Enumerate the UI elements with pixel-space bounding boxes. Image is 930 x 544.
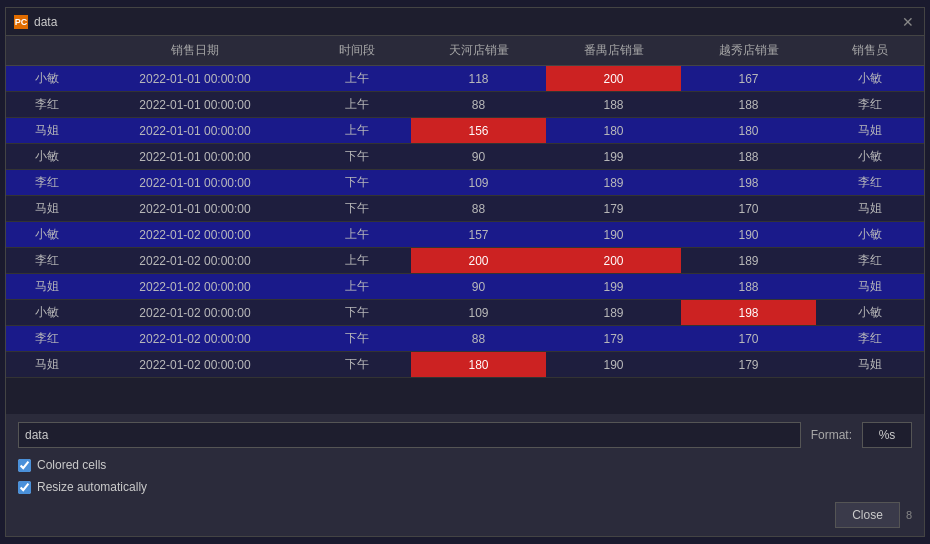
table-cell: 90 [411,144,546,170]
table-cell: 2022-01-01 00:00:00 [87,144,303,170]
table-cell: 190 [681,222,816,248]
table-cell: 小敏 [6,300,87,326]
table-cell: 2022-01-02 00:00:00 [87,222,303,248]
window-title: data [34,15,57,29]
table-cell: 下午 [303,196,411,222]
table-cell: 小敏 [816,222,924,248]
table-cell: 马姐 [6,274,87,300]
table-cell: 188 [681,144,816,170]
resize-row: Resize automatically [18,480,912,494]
page-number: 8 [906,509,912,521]
table-cell: 88 [411,196,546,222]
header-tianhe[interactable]: 天河店销量 [411,36,546,66]
bottom-area: Format: Colored cells Resize automatical… [6,414,924,536]
table-row: 李红2022-01-02 00:00:00上午200200189李红 [6,248,924,274]
window-close-button[interactable]: ✕ [900,14,916,30]
header-name [6,36,87,66]
table-cell: 188 [681,92,816,118]
table-cell: 2022-01-02 00:00:00 [87,248,303,274]
title-bar-left: PC data [14,15,57,29]
table-row: 马姐2022-01-01 00:00:00下午88179170马姐 [6,196,924,222]
table-cell: 马姐 [816,352,924,378]
table-row: 小敏2022-01-01 00:00:00上午118200167小敏 [6,66,924,92]
table-cell: 2022-01-01 00:00:00 [87,66,303,92]
table-cell: 200 [546,248,681,274]
table-cell: 2022-01-02 00:00:00 [87,300,303,326]
table-cell: 李红 [816,92,924,118]
table-cell: 2022-01-02 00:00:00 [87,326,303,352]
table-cell: 2022-01-01 00:00:00 [87,196,303,222]
table-cell: 马姐 [6,352,87,378]
table-cell: 200 [546,66,681,92]
table-row: 马姐2022-01-02 00:00:00下午180190179马姐 [6,352,924,378]
table-cell: 小敏 [6,144,87,170]
table-cell: 199 [546,274,681,300]
table-cell: 109 [411,170,546,196]
table-cell: 上午 [303,248,411,274]
data-table-area[interactable]: 销售日期 时间段 天河店销量 番禺店销量 越秀店销量 销售员 小敏2022-01… [6,36,924,414]
resize-label[interactable]: Resize automatically [37,480,147,494]
table-cell: 马姐 [816,196,924,222]
table-cell: 157 [411,222,546,248]
format-label: Format: [811,428,852,442]
search-row: Format: [18,422,912,448]
title-bar: PC data ✕ [6,8,924,36]
table-cell: 上午 [303,92,411,118]
colored-cells-label[interactable]: Colored cells [37,458,106,472]
table-cell: 167 [681,66,816,92]
header-date[interactable]: 销售日期 [87,36,303,66]
table-cell: 小敏 [6,66,87,92]
close-button[interactable]: Close [835,502,900,528]
table-row: 李红2022-01-01 00:00:00下午109189198李红 [6,170,924,196]
resize-checkbox[interactable] [18,481,31,494]
table-cell: 170 [681,326,816,352]
table-cell: 小敏 [816,300,924,326]
table-cell: 189 [681,248,816,274]
table-cell: 马姐 [6,196,87,222]
table-cell: 李红 [6,92,87,118]
table-cell: 上午 [303,118,411,144]
table-cell: 190 [546,222,681,248]
data-table: 销售日期 时间段 天河店销量 番禺店销量 越秀店销量 销售员 小敏2022-01… [6,36,924,378]
table-cell: 88 [411,326,546,352]
table-cell: 下午 [303,170,411,196]
header-yuexiu[interactable]: 越秀店销量 [681,36,816,66]
main-window: PC data ✕ 销售日期 时间段 天河店销量 番禺店销量 越秀店销量 销售员 [5,7,925,537]
table-cell: 马姐 [816,118,924,144]
table-cell: 2022-01-02 00:00:00 [87,352,303,378]
table-row: 李红2022-01-01 00:00:00上午88188188李红 [6,92,924,118]
action-row: Close 8 [18,502,912,528]
table-row: 小敏2022-01-02 00:00:00上午157190190小敏 [6,222,924,248]
table-cell: 199 [546,144,681,170]
table-cell: 上午 [303,274,411,300]
table-cell: 马姐 [6,118,87,144]
table-cell: 2022-01-01 00:00:00 [87,170,303,196]
table-row: 马姐2022-01-01 00:00:00上午156180180马姐 [6,118,924,144]
format-input[interactable] [862,422,912,448]
table-cell: 下午 [303,352,411,378]
table-cell: 189 [546,300,681,326]
header-seller[interactable]: 销售员 [816,36,924,66]
table-row: 马姐2022-01-02 00:00:00上午90199188马姐 [6,274,924,300]
table-cell: 小敏 [6,222,87,248]
table-cell: 上午 [303,66,411,92]
table-cell: 李红 [816,170,924,196]
table-cell: 198 [681,300,816,326]
table-cell: 179 [681,352,816,378]
table-cell: 90 [411,274,546,300]
colored-cells-checkbox[interactable] [18,459,31,472]
table-cell: 200 [411,248,546,274]
header-panyu[interactable]: 番禺店销量 [546,36,681,66]
table-cell: 189 [546,170,681,196]
table-row: 小敏2022-01-01 00:00:00下午90199188小敏 [6,144,924,170]
header-time[interactable]: 时间段 [303,36,411,66]
table-cell: 180 [411,352,546,378]
app-icon: PC [14,15,28,29]
search-input[interactable] [18,422,801,448]
table-cell: 李红 [816,248,924,274]
table-cell: 上午 [303,222,411,248]
table-cell: 李红 [6,248,87,274]
table-cell: 2022-01-02 00:00:00 [87,274,303,300]
table-cell: 179 [546,326,681,352]
table-cell: 下午 [303,300,411,326]
